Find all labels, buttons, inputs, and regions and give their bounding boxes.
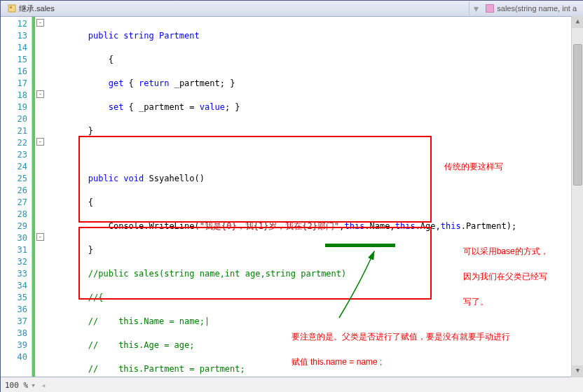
file-tab[interactable]: 继承.sales [4,2,59,15]
fold-toggle[interactable]: - [36,90,44,98]
line-number: 38 [1,328,27,340]
line-number: 31 [1,244,27,256]
scroll-up-button[interactable]: ▲ [572,16,583,28]
line-number: 32 [1,256,27,268]
line-number: 26 [1,185,27,197]
line-number: 33 [1,268,27,280]
tab-title: 继承.sales [19,4,55,14]
zoom-dropdown-icon[interactable]: ▾ [31,381,36,390]
member-dropdown[interactable]: ▾ sales(string name, int a [469,1,581,15]
code-editor[interactable]: 1213141516171819202122232425262728293031… [1,17,583,377]
highlight-box-2 [78,227,432,300]
class-icon [8,4,16,13]
green-underline [325,244,395,247]
line-number: 22 [1,137,27,149]
svg-rect-1 [10,6,12,8]
annotation-2: 可以采用base的方式， 因为我们在父类已经写 写了。 [444,232,549,321]
footer-nav-left[interactable]: ◂ [41,381,46,390]
line-number: 14 [1,42,27,54]
line-number: 28 [1,209,27,220]
method-icon [486,4,494,13]
line-number: 25 [1,173,27,185]
fold-toggle[interactable]: - [36,19,44,27]
line-number: 34 [1,280,27,292]
zoom-level[interactable]: 100 % [5,381,28,390]
dropdown-separator: ▾ [474,3,479,14]
line-number: 20 [1,113,27,125]
line-number: 17 [1,78,27,90]
annotation-3: 要注意的是。父类是否进行了赋值，要是没有就要手动进行 赋值 this.name … [273,318,510,381]
line-number: 13 [1,30,27,42]
line-number: 27 [1,197,27,209]
scroll-down-button[interactable]: ▼ [572,365,583,377]
toolbar: 继承.sales ▾ sales(string name, int a [1,1,583,17]
fold-toggle[interactable]: - [36,138,44,146]
line-number: 29 [1,220,27,232]
line-number: 24 [1,161,27,173]
line-number: 35 [1,292,27,304]
code-area[interactable]: public string Partment { get { return _p… [45,17,583,377]
line-number-gutter: 1213141516171819202122232425262728293031… [1,17,32,377]
line-number: 12 [1,18,27,30]
member-dropdown-text: sales(string name, int a [497,4,577,13]
vertical-scrollbar[interactable]: ▲ ▼ [571,16,583,377]
annotation-1: 传统的要这样写 [444,160,503,173]
line-number: 36 [1,304,27,316]
fold-column: - - - - [35,17,45,377]
line-number: 21 [1,125,27,137]
line-number: 16 [1,66,27,78]
line-number: 30 [1,232,27,244]
line-number: 19 [1,102,27,113]
line-number: 37 [1,316,27,328]
fold-toggle[interactable]: - [36,233,44,241]
line-number: 18 [1,90,27,102]
line-number: 39 [1,340,27,351]
editor-window: 继承.sales ▾ sales(string name, int a 1213… [0,0,583,392]
line-number: 15 [1,54,27,66]
scroll-thumb[interactable] [573,44,582,186]
line-number: 40 [1,351,27,363]
line-number: 23 [1,149,27,161]
